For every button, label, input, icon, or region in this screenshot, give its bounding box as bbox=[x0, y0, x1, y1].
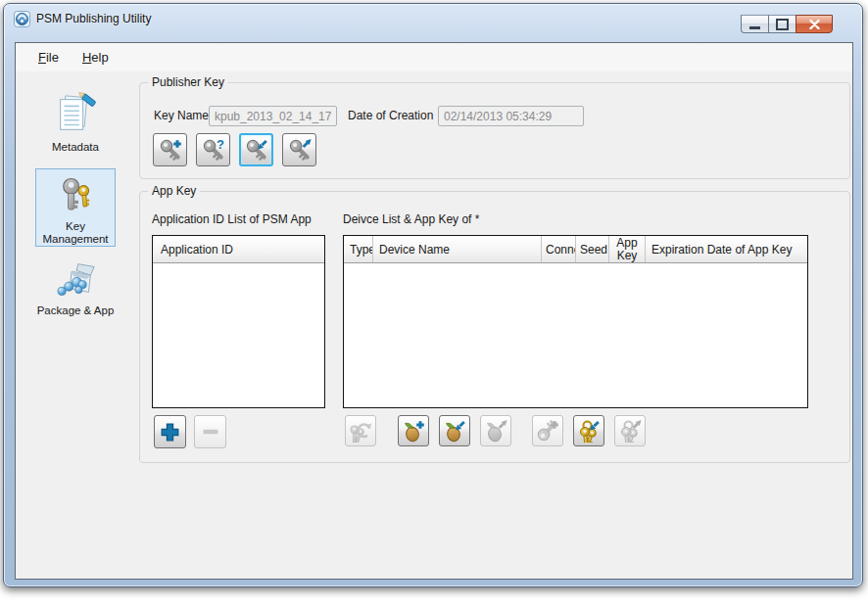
app-key-group-label: App Key bbox=[148, 184, 200, 198]
publisher-key-group: Publisher Key Key Name Date of Creation … bbox=[139, 82, 850, 179]
application-id-table-header: Application ID bbox=[153, 236, 324, 263]
key-plus-icon bbox=[159, 138, 182, 162]
export-seed-button[interactable] bbox=[480, 415, 511, 446]
key-import-icon bbox=[245, 138, 268, 162]
seed-export-icon bbox=[484, 419, 507, 443]
add-seed-button[interactable] bbox=[398, 415, 429, 446]
metadata-document-icon bbox=[53, 92, 98, 137]
client-area: File Help Metadata bbox=[15, 42, 853, 580]
sidebar-item-package-app[interactable]: Package & App bbox=[35, 252, 116, 317]
key-name-label: Key Name bbox=[154, 109, 209, 122]
seed-plus-icon bbox=[402, 419, 425, 443]
refresh-device-keys-button[interactable] bbox=[345, 415, 376, 446]
sidebar-item-key-management[interactable]: Key Management bbox=[35, 168, 116, 247]
appkey-plus-icon bbox=[536, 419, 559, 443]
key-question-icon: ? bbox=[202, 138, 225, 162]
remove-application-button[interactable] bbox=[194, 415, 226, 448]
close-button[interactable] bbox=[796, 15, 833, 33]
goldkeys-export-icon bbox=[618, 419, 642, 443]
svg-text:?: ? bbox=[217, 138, 224, 152]
col-conne[interactable]: Conne bbox=[542, 236, 576, 262]
application-id-table[interactable]: Application ID bbox=[152, 235, 325, 408]
menu-help[interactable]: Help bbox=[72, 46, 119, 69]
col-seed[interactable]: Seed bbox=[576, 236, 609, 262]
maximize-icon bbox=[776, 19, 789, 30]
import-app-keys-button[interactable] bbox=[573, 415, 604, 446]
keys-refresh-icon bbox=[349, 419, 372, 443]
sidebar-label-package-app: Package & App bbox=[37, 304, 115, 316]
goldkeys-import-icon bbox=[577, 419, 601, 443]
device-table-header: Type Device Name Conne Seed App Key Expi… bbox=[344, 236, 807, 263]
key-management-icon bbox=[55, 175, 96, 216]
application-id-list-label: Application ID List of PSM App bbox=[152, 212, 312, 226]
app-icon bbox=[14, 11, 30, 27]
sidebar-label-metadata: Metadata bbox=[52, 141, 99, 153]
import-publisher-key-button[interactable] bbox=[239, 133, 273, 166]
add-application-button[interactable] bbox=[154, 415, 186, 448]
device-list-label: Deivce List & App Key of * bbox=[343, 212, 479, 226]
sidebar-item-metadata[interactable]: Metadata bbox=[35, 88, 116, 154]
key-export-icon bbox=[288, 138, 312, 162]
app-key-group: App Key Application ID List of PSM App D… bbox=[139, 191, 850, 463]
window-controls bbox=[741, 15, 833, 33]
col-device-name[interactable]: Device Name bbox=[373, 236, 542, 262]
create-publisher-key-button[interactable] bbox=[153, 133, 187, 166]
date-of-creation-field[interactable] bbox=[438, 106, 584, 126]
window-title: PSM Publishing Utility bbox=[36, 12, 151, 25]
minus-icon bbox=[201, 422, 220, 442]
plus-icon bbox=[160, 422, 180, 443]
menu-file[interactable]: File bbox=[28, 46, 69, 69]
minimize-button[interactable] bbox=[741, 15, 769, 33]
app-window: PSM Publishing Utility File Help bbox=[3, 3, 863, 587]
seed-import-icon bbox=[443, 419, 466, 443]
add-app-key-button[interactable] bbox=[532, 415, 563, 446]
package-app-icon bbox=[53, 256, 98, 301]
check-publisher-key-button[interactable]: ? bbox=[196, 133, 230, 166]
device-list-table[interactable]: Type Device Name Conne Seed App Key Expi… bbox=[343, 235, 808, 408]
minimize-icon bbox=[749, 26, 760, 29]
close-icon bbox=[809, 20, 820, 29]
publisher-key-group-label: Publisher Key bbox=[148, 75, 228, 89]
import-seed-button[interactable] bbox=[439, 415, 470, 446]
titlebar[interactable]: PSM Publishing Utility bbox=[4, 4, 862, 33]
key-name-field[interactable] bbox=[209, 106, 337, 126]
col-app-key[interactable]: App Key bbox=[609, 236, 646, 262]
sidebar-label-key-management: Key Management bbox=[42, 220, 108, 245]
col-application-id[interactable]: Application ID bbox=[153, 236, 324, 262]
col-type[interactable]: Type bbox=[344, 236, 373, 262]
export-app-keys-button[interactable] bbox=[614, 415, 646, 446]
export-publisher-key-button[interactable] bbox=[282, 133, 316, 166]
col-expiration-date[interactable]: Expiration Date of App Key bbox=[646, 236, 807, 262]
date-of-creation-label: Date of Creation bbox=[348, 109, 433, 122]
menu-bar: File Help bbox=[16, 43, 852, 71]
maximize-button[interactable] bbox=[768, 15, 796, 33]
